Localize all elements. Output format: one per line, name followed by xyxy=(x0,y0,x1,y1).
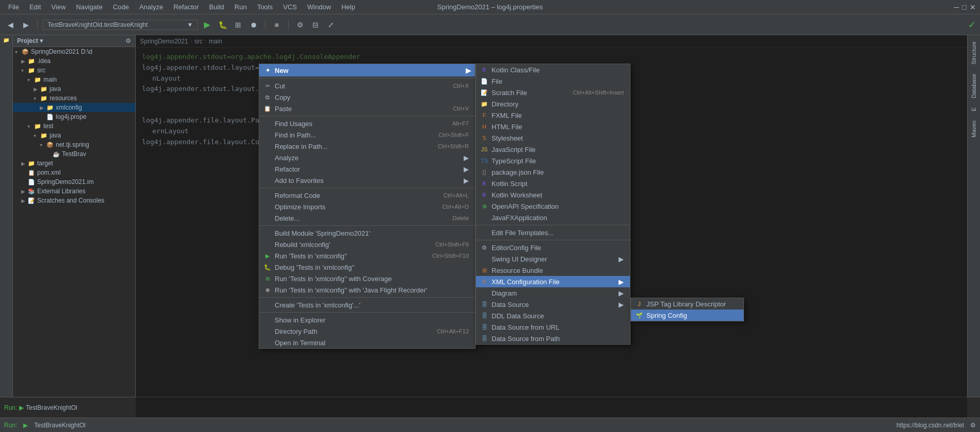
menu-delete[interactable]: Delete... Delete xyxy=(259,212,475,224)
tree-xmlconfig[interactable]: ▶ 📁 xmlconfig xyxy=(13,103,135,112)
menu-ddl-source[interactable]: 🗄 DDL Data Source xyxy=(476,310,630,321)
menu-spring-config[interactable]: 🌱 Spring Config xyxy=(631,310,744,321)
coverage-button[interactable]: ⊞ xyxy=(232,19,244,31)
menu-xml-config[interactable]: X XML Configuration File ▶ xyxy=(476,276,630,287)
maven-tab[interactable]: Maven xyxy=(969,116,979,142)
tree-scratches[interactable]: ▶ 📝 Scratches and Consoles xyxy=(13,196,135,205)
menu-navigate[interactable]: Navigate xyxy=(72,2,106,12)
menu-data-source[interactable]: 🗄 Data Source ▶ xyxy=(476,299,630,310)
menu-directory[interactable]: 📁 Directory xyxy=(476,98,630,110)
menu-jsp-tag[interactable]: J JSP Tag Library Descriptor xyxy=(631,298,744,310)
menu-scratch-file[interactable]: 📝 Scratch File Ctrl+Alt+Shift+Insert xyxy=(476,87,630,98)
menu-js-file[interactable]: JS JavaScript File xyxy=(476,144,630,155)
menu-swing-ui[interactable]: Swing UI Designer ▶ xyxy=(476,253,630,265)
tree-main[interactable]: ▾ 📁 main xyxy=(13,75,135,84)
menu-build-module[interactable]: Build Module 'SpringDemo2021' xyxy=(259,227,475,239)
menu-find-in-path[interactable]: Find in Path... Ctrl+Shift+F xyxy=(259,129,475,141)
tree-log4j[interactable]: 📄 log4j.prope xyxy=(13,112,135,121)
menu-editorconfig[interactable]: ⚙ EditorConfig File xyxy=(476,242,630,253)
debug-button[interactable]: 🐛 xyxy=(216,19,229,31)
menu-analyze[interactable]: Analyze ▶ xyxy=(259,152,475,163)
menu-file[interactable]: File xyxy=(4,2,23,12)
menu-diagram[interactable]: Diagram ▶ xyxy=(476,287,630,299)
e-tab[interactable]: E xyxy=(969,103,979,115)
profile-button[interactable]: ⏺ xyxy=(247,19,260,31)
menu-new-item[interactable]: ✦ New ▶ xyxy=(259,64,475,76)
menu-fxml[interactable]: F FXML File xyxy=(476,110,630,121)
menu-build[interactable]: Build xyxy=(205,2,228,12)
menu-javafx[interactable]: JavaFXApplication xyxy=(476,212,630,223)
menu-openapi[interactable]: ⊕ OpenAPI Specification xyxy=(476,200,630,212)
tree-root[interactable]: ▾ 📦 SpringDemo2021 D:\d xyxy=(13,47,135,56)
menu-view[interactable]: View xyxy=(47,2,70,12)
tree-package[interactable]: ▾ 📦 net.tji.spring xyxy=(13,140,135,149)
menu-resource-bundle[interactable]: ⊞ Resource Bundle xyxy=(476,265,630,276)
settings-gear-icon[interactable]: ⚙ xyxy=(970,422,976,429)
tree-src[interactable]: ▾ 📁 src xyxy=(13,66,135,75)
close-button[interactable]: ✕ xyxy=(970,3,976,11)
tree-java[interactable]: ▶ 📁 java xyxy=(13,84,135,94)
menu-replace-in-path[interactable]: Replace in Path... Ctrl+Shift+R xyxy=(259,141,475,152)
forward-button[interactable]: ▶ xyxy=(20,19,32,31)
menu-directory-path[interactable]: Directory Path Ctrl+Alt+F12 xyxy=(259,326,475,337)
layout-button[interactable]: ⊟ xyxy=(309,19,322,31)
menu-edit[interactable]: Edit xyxy=(25,2,45,12)
stop-button[interactable]: ■ xyxy=(271,19,283,31)
tree-resources[interactable]: ▾ 📁 resources xyxy=(13,94,135,103)
structure-tab[interactable]: Structure xyxy=(969,37,979,69)
tree-test-java[interactable]: ▾ 📁 java xyxy=(13,131,135,140)
menu-cut-item[interactable]: ✂ Cut Ctrl+X xyxy=(259,80,475,91)
menu-file[interactable]: 📄 File xyxy=(476,75,630,87)
panel-gear-icon[interactable]: ⚙ xyxy=(125,37,131,44)
menu-vcs[interactable]: VCS xyxy=(279,2,301,12)
menu-show-explorer[interactable]: Show in Explorer xyxy=(259,314,475,326)
back-button[interactable]: ◀ xyxy=(4,19,17,31)
menu-debug-tests[interactable]: 🐛 Debug 'Tests in 'xmlconfig'' xyxy=(259,261,475,273)
run-config-selector[interactable]: TestBraveKnightOld.testBraveKnight ▼ xyxy=(43,20,198,30)
tree-ext-libs[interactable]: ▶ 📚 External Libraries xyxy=(13,187,135,196)
tree-pom[interactable]: 📋 pom.xml xyxy=(13,168,135,177)
menu-help[interactable]: Help xyxy=(337,2,359,12)
tree-target[interactable]: ▶ 📁 target xyxy=(13,159,135,168)
menu-datasource-path[interactable]: 🗄 Data Source from Path xyxy=(476,333,630,344)
menu-edit-templates[interactable]: Edit File Templates... xyxy=(476,227,630,238)
tree-iml[interactable]: 📄 SpringDemo2021.im xyxy=(13,177,135,187)
menu-run[interactable]: Run xyxy=(230,2,251,12)
menu-ts-file[interactable]: TS TypeScript File xyxy=(476,155,630,166)
menu-create-tests[interactable]: Create 'Tests in 'xmlconfig'...' xyxy=(259,299,475,311)
menu-tools[interactable]: Tools xyxy=(253,2,277,12)
maximize-button[interactable]: □ xyxy=(962,3,967,11)
menu-datasource-url[interactable]: 🗄 Data Source from URL xyxy=(476,321,630,333)
settings-button[interactable]: ⚙ xyxy=(294,19,306,31)
menu-analyze[interactable]: Analyze xyxy=(135,2,167,12)
menu-refactor[interactable]: Refactor xyxy=(169,2,203,12)
project-tab-icon[interactable]: 📁 xyxy=(1,35,11,45)
menu-optimize-imports[interactable]: Optimize Imports Ctrl+Alt+O xyxy=(259,201,475,212)
menu-package-json[interactable]: {} package.json File xyxy=(476,166,630,178)
expand-button[interactable]: ⤢ xyxy=(325,19,337,31)
menu-paste-item[interactable]: 📋 Paste Ctrl+V xyxy=(259,103,475,114)
menu-kotlin-worksheet[interactable]: K Kotlin Worksheet xyxy=(476,189,630,200)
menu-run-coverage[interactable]: ⊛ Run 'Tests in 'xmlconfig'' with Covera… xyxy=(259,273,475,284)
run-button[interactable]: ▶ xyxy=(201,19,213,31)
menu-kotlin-class[interactable]: K Kotlin Class/File xyxy=(476,64,630,75)
menu-stylesheet[interactable]: S Stylesheet xyxy=(476,132,630,144)
menu-run-tests[interactable]: ▶ Run 'Tests in 'xmlconfig'' Ctrl+Shift+… xyxy=(259,250,475,261)
menu-reformat[interactable]: Reformat Code Ctrl+Alt+L xyxy=(259,190,475,201)
database-tab[interactable]: Database xyxy=(969,70,979,102)
menu-rebuild[interactable]: Rebuild 'xmlconfig' Ctrl+Shift+F9 xyxy=(259,239,475,250)
menu-find-usages[interactable]: Find Usages Alt+F7 xyxy=(259,118,475,129)
menu-add-favorites[interactable]: Add to Favorites ▶ xyxy=(259,175,475,186)
menu-code[interactable]: Code xyxy=(109,2,133,12)
menu-html[interactable]: H HTML File xyxy=(476,121,630,132)
tree-idea[interactable]: ▶ 📁 .idea xyxy=(13,56,135,66)
menu-open-terminal[interactable]: Open in Terminal xyxy=(259,337,475,348)
menu-run-flight[interactable]: ⏺ Run 'Tests in 'xmlconfig'' with 'Java … xyxy=(259,284,475,296)
menu-kotlin-script[interactable]: K Kotlin Script xyxy=(476,178,630,189)
minimize-button[interactable]: ─ xyxy=(954,3,959,11)
menu-copy-item[interactable]: ⧉ Copy xyxy=(259,91,475,103)
menu-window[interactable]: Window xyxy=(303,2,335,12)
tree-test[interactable]: ▾ 📁 test xyxy=(13,121,135,131)
tree-testbrave[interactable]: ☕ TestBrav xyxy=(13,149,135,159)
menu-refactor[interactable]: Refactor ▶ xyxy=(259,163,475,175)
